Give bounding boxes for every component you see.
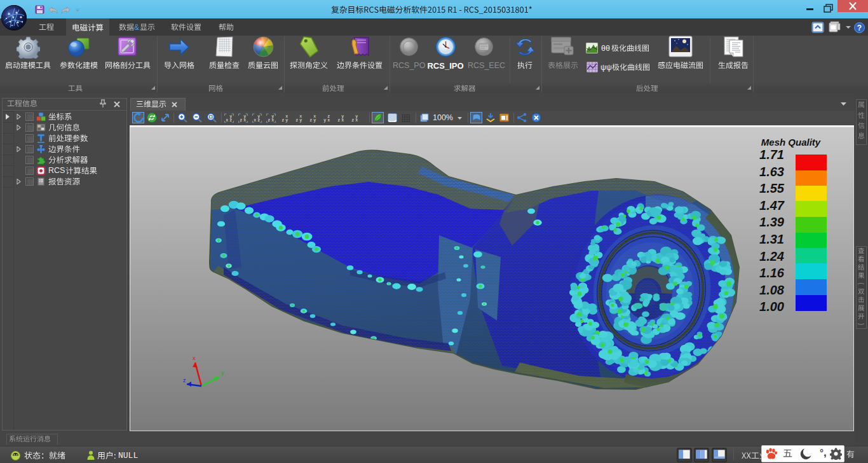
svg-text:z: z: [328, 114, 330, 118]
svg-text:x: x: [356, 118, 358, 122]
svg-text:y: y: [221, 370, 224, 376]
svg-text:x: x: [193, 355, 196, 361]
svg-text:y: y: [286, 118, 288, 123]
svg-text:z: z: [338, 118, 341, 122]
svg-text:z: z: [183, 377, 186, 384]
svg-text:x: x: [342, 118, 344, 122]
svg-text:x: x: [328, 118, 330, 122]
svg-text:z: z: [352, 118, 355, 122]
svg-text:y: y: [342, 114, 344, 119]
svg-text:z: z: [310, 118, 313, 122]
svg-text:x: x: [286, 114, 288, 118]
svg-text:y: y: [300, 118, 302, 123]
svg-text:y: y: [314, 118, 316, 123]
svg-text:y: y: [324, 118, 327, 123]
svg-text:z: z: [282, 118, 285, 122]
svg-text:y: y: [356, 114, 358, 119]
svg-text:z: z: [296, 118, 299, 122]
svg-text:?: ?: [857, 24, 862, 32]
svg-text:x: x: [300, 114, 302, 118]
svg-text:x: x: [314, 114, 316, 118]
